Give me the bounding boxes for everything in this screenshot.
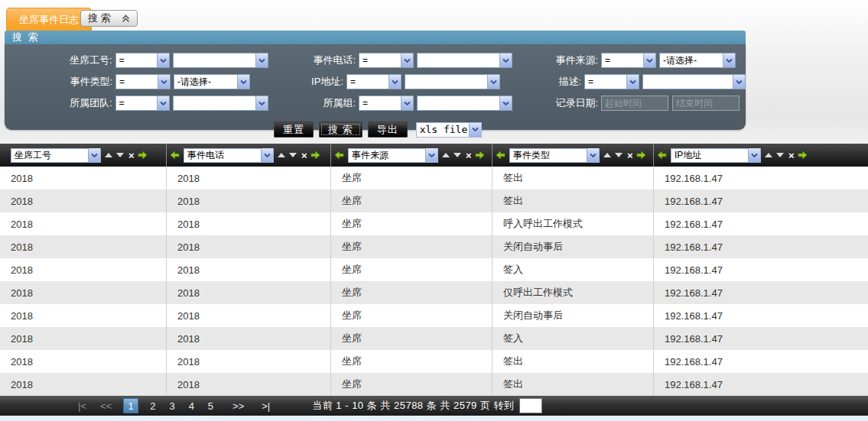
search-button[interactable]: 搜 索 <box>319 121 362 138</box>
export-format-select[interactable]: xls file <box>416 122 482 138</box>
sort-descending-icon[interactable] <box>454 153 461 157</box>
column-select[interactable]: 坐席工号 <box>11 148 101 163</box>
move-column-right-icon[interactable] <box>310 151 320 160</box>
chevron-down-icon <box>425 148 437 162</box>
sort-ascending-icon[interactable] <box>603 153 611 157</box>
move-column-right-icon[interactable] <box>798 151 808 160</box>
move-column-left-icon[interactable] <box>496 151 506 160</box>
event-source-label: 事件来源: <box>517 53 601 67</box>
table-row[interactable]: 2018 2018 坐席 签入 192.168.1.47 <box>0 327 868 350</box>
team-operator-select[interactable]: = <box>115 96 171 111</box>
remove-column-icon[interactable]: × <box>627 151 633 160</box>
move-column-right-icon[interactable] <box>475 151 485 160</box>
event-phone-operator-select[interactable]: = <box>359 53 414 68</box>
column-header-event-type: 事件类型 × <box>493 144 654 167</box>
cell-event-type: 关闭自动事后 <box>493 235 654 258</box>
remove-column-icon[interactable]: × <box>128 151 135 160</box>
sort-ascending-icon[interactable] <box>105 153 112 157</box>
chevron-down-icon <box>261 148 273 162</box>
table-row[interactable]: 2018 2018 坐席 仅呼出工作模式 192.168.1.47 <box>0 281 868 304</box>
last-page-button[interactable]: >| <box>262 400 270 412</box>
table-row[interactable]: 2018 2018 坐席 签入 192.168.1.47 <box>0 258 868 281</box>
start-time-input[interactable] <box>601 96 668 111</box>
chevron-down-icon <box>487 75 499 89</box>
team-value-select[interactable] <box>173 96 268 111</box>
sort-ascending-icon[interactable] <box>278 153 285 157</box>
cell-event-type: 签出 <box>493 189 654 212</box>
current-page-button[interactable]: 1 <box>123 398 138 413</box>
cell-ip-address: 192.168.1.47 <box>654 327 868 350</box>
group-operator-select[interactable]: = <box>359 96 414 111</box>
cell-event-source: 坐席 <box>331 281 493 304</box>
goto-page-input[interactable] <box>519 398 542 413</box>
ip-address-value-select[interactable] <box>405 74 500 89</box>
cell-ip-address: 192.168.1.47 <box>654 235 868 258</box>
ip-address-operator-select[interactable]: = <box>346 74 401 89</box>
tab-agent-event-log[interactable]: 坐席事件日志 <box>6 8 92 31</box>
cell-event-phone: 2018 <box>167 281 331 304</box>
table-row[interactable]: 2018 2018 坐席 关闭自动事后 192.168.1.47 <box>0 304 868 327</box>
table-row[interactable]: 2018 2018 坐席 签出 192.168.1.47 <box>0 350 868 373</box>
description-operator-select[interactable]: = <box>584 74 639 89</box>
export-button[interactable]: 导出 <box>368 121 408 138</box>
move-column-left-icon[interactable] <box>170 151 180 160</box>
event-phone-value-select[interactable] <box>417 53 512 68</box>
event-type-operator-select[interactable]: = <box>115 74 171 89</box>
end-time-input[interactable] <box>672 96 740 111</box>
cell-agent-id: 2018 <box>0 304 167 327</box>
sort-ascending-icon[interactable] <box>765 153 772 157</box>
column-header-event-phone: 事件电话 × <box>167 144 331 167</box>
remove-column-icon[interactable]: × <box>788 151 795 160</box>
cell-event-type: 仅呼出工作模式 <box>493 281 654 304</box>
sort-descending-icon[interactable] <box>776 153 784 157</box>
chevrons-up-icon <box>122 15 130 23</box>
chevron-down-icon <box>401 96 413 110</box>
event-source-operator-select[interactable]: = <box>601 53 656 68</box>
page-button[interactable]: 5 <box>208 400 213 412</box>
table-row[interactable]: 2018 2018 坐席 签出 192.168.1.47 <box>0 373 868 396</box>
column-select[interactable]: 事件类型 <box>509 148 600 163</box>
reset-button[interactable]: 重置 <box>274 121 314 138</box>
remove-column-icon[interactable]: × <box>466 151 472 160</box>
cell-event-source: 坐席 <box>331 350 493 373</box>
remove-column-icon[interactable]: × <box>301 151 307 160</box>
chevron-down-icon <box>388 75 401 89</box>
sort-ascending-icon[interactable] <box>442 153 450 157</box>
table-row[interactable]: 2018 2018 坐席 签出 192.168.1.47 <box>0 167 868 189</box>
event-type-value-select[interactable]: -请选择- <box>174 74 250 89</box>
tab-label: 坐席事件日志 <box>19 14 79 25</box>
column-select[interactable]: IP地址 <box>671 148 761 163</box>
chevron-down-icon <box>237 75 249 89</box>
first-page-button[interactable]: |< <box>78 400 86 412</box>
description-value-select[interactable] <box>642 74 746 89</box>
cell-ip-address: 192.168.1.47 <box>654 304 868 327</box>
group-value-select[interactable] <box>417 96 512 111</box>
agent-id-value-select[interactable] <box>173 53 268 68</box>
tab-bar: 坐席事件日志 搜 索 <box>0 0 868 31</box>
move-column-right-icon[interactable] <box>138 151 148 160</box>
page-button[interactable]: 4 <box>189 400 194 412</box>
search-collapse-button[interactable]: 搜 索 <box>80 10 138 27</box>
sort-descending-icon[interactable] <box>289 153 297 157</box>
previous-page-button[interactable]: << <box>100 400 112 412</box>
sort-descending-icon[interactable] <box>116 153 124 157</box>
cell-event-phone: 2018 <box>167 167 331 189</box>
move-column-right-icon[interactable] <box>636 151 646 160</box>
agent-id-operator-select[interactable]: = <box>115 53 171 68</box>
page-button[interactable]: 3 <box>169 400 174 412</box>
column-select[interactable]: 事件电话 <box>184 148 274 163</box>
next-page-button[interactable]: >> <box>232 400 244 412</box>
table-row[interactable]: 2018 2018 坐席 关闭自动事后 192.168.1.47 <box>0 235 868 258</box>
column-select[interactable]: 事件来源 <box>348 148 438 163</box>
move-column-left-icon[interactable] <box>657 151 667 160</box>
chevron-down-icon <box>401 53 413 67</box>
cell-event-phone: 2018 <box>167 350 331 373</box>
table-row[interactable]: 2018 2018 坐席 呼入呼出工作模式 192.168.1.47 <box>0 212 868 235</box>
page-button[interactable]: 2 <box>150 400 155 412</box>
move-column-left-icon[interactable] <box>334 151 344 160</box>
cell-event-phone: 2018 <box>167 327 331 350</box>
sort-descending-icon[interactable] <box>615 153 623 157</box>
event-source-value-select[interactable]: -请选择- <box>659 53 736 68</box>
table-row[interactable]: 2018 2018 坐席 签出 192.168.1.47 <box>0 189 868 212</box>
cell-agent-id: 2018 <box>0 212 167 235</box>
